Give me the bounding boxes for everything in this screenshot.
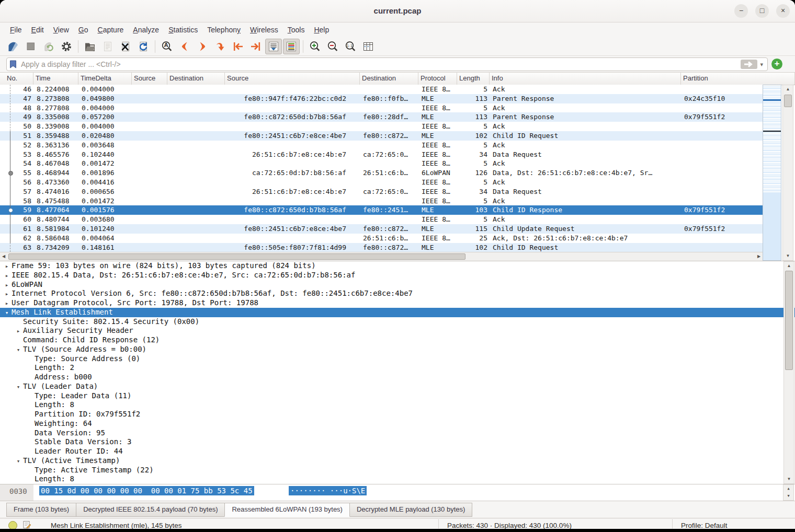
expander-expanded-icon[interactable]: ▾ (14, 383, 23, 392)
packet-row-47[interactable]: 478.2738080.049800fe80::947f:f476:22bc:c… (0, 94, 763, 103)
column-header-destination[interactable]: Destination (360, 73, 418, 85)
scroll-left-icon[interactable]: ◀ (0, 252, 7, 261)
capture-comment-icon[interactable] (22, 521, 31, 529)
close-file-icon[interactable] (117, 39, 134, 54)
scroll-down-icon[interactable]: ▼ (783, 252, 793, 260)
detail-line[interactable]: Length: 8 (0, 400, 795, 410)
filter-dropdown-caret[interactable]: ▾ (760, 61, 763, 68)
packet-row-58[interactable]: 588.4754880.001472IEEE 8…5Ack (0, 196, 763, 206)
detail-line[interactable]: Data Version: 95 (0, 429, 795, 438)
detail-line[interactable]: ▾TLV (Leader Data) (0, 382, 795, 391)
detail-line[interactable]: Stable Data Version: 3 (0, 437, 795, 447)
expander-collapsed-icon[interactable]: ▸ (2, 262, 12, 271)
column-header-info[interactable]: Info (490, 73, 681, 85)
go-first-packet-icon[interactable] (230, 39, 246, 54)
menu-item-edit[interactable]: Edit (27, 22, 49, 37)
column-header-source[interactable]: Source (225, 73, 360, 85)
detail-line[interactable]: Address: b000 (0, 373, 795, 382)
scrollbar-thumb[interactable] (8, 253, 465, 260)
packet-list-vscrollbar[interactable]: ▲ ▼ (782, 85, 793, 261)
column-header-timedelta[interactable]: TimeDelta (78, 73, 132, 85)
titlebar[interactable]: current.pcap −□× (0, 0, 795, 22)
packet-row-49[interactable]: 498.3350080.057200fe80::c872:650d:b7b8:5… (0, 112, 763, 122)
apply-filter-button[interactable] (740, 59, 758, 70)
scroll-down-icon[interactable]: ▼ (784, 475, 794, 483)
restart-capture-icon[interactable] (40, 39, 57, 54)
minimize-button[interactable]: − (734, 4, 748, 18)
packet-row-50[interactable]: 508.3390080.004000IEEE 8…5Ack (0, 122, 763, 131)
detail-line[interactable]: Type: Leader Data (11) (0, 391, 795, 401)
detail-line[interactable]: ▸Auxiliary Security Header (0, 326, 795, 336)
detail-line[interactable]: ▸Frame 59: 103 bytes on wire (824 bits),… (0, 261, 795, 271)
menu-item-file[interactable]: File (5, 22, 27, 37)
detail-line[interactable]: Leader Router ID: 44 (0, 447, 795, 456)
detail-line[interactable]: Length: 2 (0, 363, 795, 373)
auto-scroll-icon[interactable] (265, 39, 282, 54)
detail-line[interactable]: Weighting: 64 (0, 419, 795, 429)
expander-collapsed-icon[interactable]: ▸ (14, 327, 23, 336)
byte-tab-inactive[interactable]: Decrypted MLE payload (130 bytes) (349, 503, 472, 517)
bytes-vscrollbar[interactable]: ▲ ▼ (783, 484, 794, 501)
column-header-time[interactable]: Time (33, 73, 78, 85)
colorize-packets-icon[interactable] (283, 39, 300, 54)
menu-item-wireless[interactable]: Wireless (245, 22, 283, 37)
hex-bytes-selected[interactable]: 00 15 0d 00 00 00 00 00 00 00 01 75 bb 5… (39, 486, 254, 495)
detail-line[interactable]: ▸IEEE 802.15.4 Data, Dst: 26:51:c6:b7:e8… (0, 271, 795, 280)
packet-row-46[interactable]: 468.2240080.004000IEEE 8…5Ack (0, 85, 763, 94)
scroll-up-icon[interactable]: ▲ (784, 262, 794, 270)
menu-item-analyze[interactable]: Analyze (128, 22, 164, 37)
find-packet-icon[interactable]: A (158, 39, 175, 54)
detail-line[interactable]: Command: Child ID Response (12) (0, 336, 795, 345)
menu-item-help[interactable]: Help (309, 22, 334, 37)
details-vscrollbar[interactable]: ▲ ▼ (783, 261, 794, 484)
menu-item-tools[interactable]: Tools (283, 22, 310, 37)
menu-item-view[interactable]: View (49, 22, 74, 37)
go-last-packet-icon[interactable] (247, 39, 264, 54)
column-header-source[interactable]: Source (132, 73, 167, 85)
byte-tab-inactive[interactable]: Decrypted IEEE 802.15.4 payload (70 byte… (76, 503, 225, 517)
zoom-in-icon[interactable] (306, 39, 323, 54)
go-back-icon[interactable] (176, 39, 193, 54)
packet-row-62[interactable]: 628.5860480.00406426:51:c6:b…IEEE 8…25Ac… (0, 234, 763, 243)
detail-line[interactable]: ▾Mesh Link Establishment (0, 308, 795, 317)
start-capture-fin-icon[interactable] (5, 39, 21, 54)
expander-expanded-icon[interactable]: ▾ (14, 457, 23, 466)
menu-item-telephony[interactable]: Telephony (202, 22, 245, 37)
display-filter-box[interactable]: ▾ (6, 57, 768, 71)
detail-line[interactable]: Type: Active Timestamp (22) (0, 466, 795, 475)
column-header-destination[interactable]: Destination (167, 73, 225, 85)
zoom-out-icon[interactable] (324, 39, 341, 54)
expander-collapsed-icon[interactable]: ▸ (2, 290, 12, 299)
detail-line[interactable]: ▸6LoWPAN (0, 280, 795, 290)
packet-list-header[interactable]: No.TimeTimeDeltaSourceDestinationSourceD… (0, 73, 795, 85)
packet-row-56[interactable]: 568.4733600.004416IEEE 8…5Ack (0, 178, 763, 187)
detail-line[interactable]: ▸Internet Protocol Version 6, Src: fe80:… (0, 289, 795, 298)
scroll-up-icon[interactable]: ▲ (783, 85, 793, 94)
column-header-no[interactable]: No. (0, 73, 33, 85)
resize-columns-icon[interactable] (360, 39, 377, 54)
expander-expanded-icon[interactable]: ▾ (14, 345, 23, 355)
packet-row-52[interactable]: 528.3631360.003648IEEE 8…5Ack (0, 141, 763, 150)
stop-capture-icon[interactable] (22, 39, 39, 54)
scroll-up-icon[interactable]: ▲ (783, 485, 793, 492)
packet-list-hscrollbar[interactable]: ◀ ▶ (0, 252, 763, 261)
column-header-partition[interactable]: Partition (681, 73, 795, 85)
detail-line[interactable]: ▾TLV (Source Address = b0:00) (0, 345, 795, 354)
column-header-protocol[interactable]: Protocol (418, 73, 457, 85)
reload-file-icon[interactable] (135, 39, 152, 54)
packet-row-55[interactable]: 558.4689440.001896ca:72:65:0d:b7:b8:56:a… (0, 168, 763, 178)
detail-line[interactable]: Partition ID: 0x79f551f2 (0, 410, 795, 419)
packet-row-59[interactable]: 598.4770640.001576fe80::c872:650d:b7b8:5… (0, 205, 763, 215)
packet-row-51[interactable]: 518.3594880.020480fe80::2451:c6b7:e8ce:4… (0, 131, 763, 141)
capture-options-gear-icon[interactable] (58, 39, 75, 54)
expander-collapsed-icon[interactable]: ▸ (2, 271, 12, 281)
go-forward-icon[interactable] (194, 39, 211, 54)
display-filter-input[interactable] (20, 60, 740, 69)
add-filter-button[interactable]: + (771, 59, 782, 70)
scrollbar-thumb[interactable] (785, 271, 793, 370)
packet-row-60[interactable]: 608.4807440.003680IEEE 8…5Ack (0, 215, 763, 224)
menu-item-capture[interactable]: Capture (93, 22, 129, 37)
detail-line[interactable]: Type: Source Address (0) (0, 354, 795, 364)
packet-row-57[interactable]: 578.4740160.00065626:51:c6:b7:e8:ce:4b:e… (0, 187, 763, 196)
byte-tab-active[interactable]: Reassembled 6LoWPAN (193 bytes) (224, 503, 349, 517)
